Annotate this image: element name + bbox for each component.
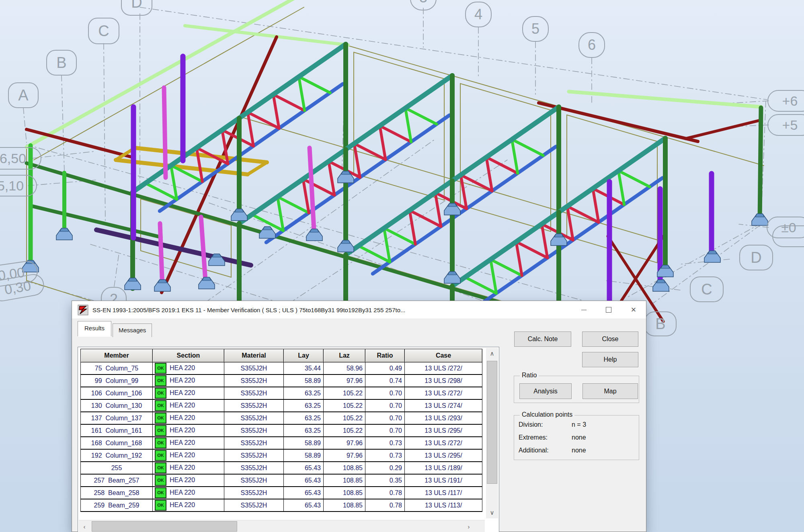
foundation-pad (752, 214, 768, 225)
status-ok-icon: OK (155, 376, 166, 386)
member-cell: 192 Column_192 (80, 450, 153, 462)
column-header-case[interactable]: Case (405, 349, 482, 362)
scroll-down-icon[interactable]: ∨ (486, 507, 498, 518)
scroll-up-icon[interactable]: ∧ (486, 348, 498, 359)
material-cell: S355J2H (224, 450, 284, 462)
member-cell: 75 Column_75 (80, 362, 153, 375)
table-row[interactable]: 137 Column_137OKHEA 220S355J2H63.25105.2… (80, 412, 482, 425)
extremes-label: Extremes: (519, 434, 548, 441)
material-cell: S355J2H (224, 475, 284, 487)
calc-note-button[interactable]: Calc. Note (514, 331, 571, 347)
status-ok-icon: OK (155, 388, 166, 398)
section-cell: OKHEA 220 (153, 462, 224, 475)
table-row[interactable]: 258 Beam_258OKHEA 220S355J2H65.43108.850… (80, 487, 482, 499)
section-cell: OKHEA 220 (153, 499, 224, 512)
ratio-cell: 0.78 (365, 499, 405, 512)
table-row[interactable]: 168 Column_168OKHEA 220S355J2H58.8997.96… (80, 437, 482, 450)
ratio-cell: 0.73 (365, 450, 405, 462)
dialog-title: SS-EN 1993-1:2005/BFS 2019:1 EKS 11 - Me… (92, 307, 406, 313)
material-cell: S355J2H (224, 362, 284, 375)
status-ok-icon: OK (155, 450, 166, 460)
case-cell: 13 ULS /191/ (405, 475, 482, 487)
table-row[interactable]: 259 Beam_259OKHEA 220S355J2H65.43108.850… (80, 499, 482, 512)
calculation-points-group: Calculation points Division: n = 3 Extre… (514, 415, 639, 460)
close-dialog-button[interactable]: Close (582, 331, 638, 347)
scroll-left-icon[interactable]: ‹ (79, 520, 90, 532)
close-button[interactable]: × (621, 301, 646, 319)
foundation-pad (199, 277, 215, 289)
case-cell: 13 ULS /272/ (405, 387, 482, 400)
map-button[interactable]: Map (582, 383, 638, 399)
dialog-titlebar[interactable]: SS-EN 1993-1:2005/BFS 2019:1 EKS 11 - Me… (72, 301, 646, 319)
lay-cell: 58.89 (284, 375, 324, 387)
horizontal-scroll-thumb[interactable] (92, 521, 237, 532)
column-header-ratio[interactable]: Ratio (365, 349, 405, 362)
maximize-button[interactable] (596, 301, 621, 319)
grid-bubble-C: C (690, 277, 723, 302)
svg-text:5: 5 (531, 20, 539, 37)
table-row[interactable]: 257 Beam_257OKHEA 220S355J2H65.43108.850… (80, 475, 482, 487)
material-cell: S355J2H (224, 400, 284, 412)
laz-cell: 97.96 (324, 437, 365, 450)
minimize-button[interactable] (571, 301, 596, 319)
app-icon (78, 305, 88, 315)
member-verification-dialog: SS-EN 1993-1:2005/BFS 2019:1 EKS 11 - Me… (72, 301, 646, 532)
table-row[interactable]: 99 Column_99OKHEA 220S355J2H58.8997.960.… (80, 375, 482, 387)
column-header-laz[interactable]: Laz (324, 349, 365, 362)
section-cell: OKHEA 220 (153, 400, 224, 412)
section-cell: OKHEA 220 (153, 375, 224, 387)
vertical-scroll-thumb[interactable] (487, 361, 497, 484)
scroll-right-icon[interactable]: › (463, 520, 474, 532)
section-cell: OKHEA 220 (153, 412, 224, 425)
column-header-material[interactable]: Material (224, 349, 284, 362)
help-button[interactable]: Help (582, 352, 638, 367)
grid-bubble-B: B (47, 50, 76, 75)
material-cell: S355J2H (224, 487, 284, 499)
laz-cell: 108.85 (324, 475, 365, 487)
svg-text:D: D (751, 249, 761, 266)
grid-bubble-D: D (740, 245, 773, 270)
svg-text:C: C (701, 281, 712, 298)
case-cell: 13 ULS /298/ (405, 375, 482, 387)
horizontal-scrollbar[interactable]: ‹ › (79, 520, 485, 532)
ratio-cell: 0.49 (365, 362, 405, 375)
section-cell: OKHEA 220 (153, 425, 224, 437)
foundation-pad (704, 251, 720, 262)
status-ok-icon: OK (155, 363, 166, 373)
case-cell: 13 ULS /274/ (405, 400, 482, 412)
lay-cell: 65.43 (284, 487, 324, 499)
grid-bubble-A: A (8, 83, 38, 108)
case-cell: 13 ULS /295/ (405, 425, 482, 437)
member-cell: 257 Beam_257 (80, 475, 153, 487)
additional-value: none (572, 447, 586, 454)
laz-cell: 108.85 (324, 499, 365, 512)
case-cell: 13 ULS /117/ (405, 487, 482, 499)
analysis-button[interactable]: Analysis (519, 383, 572, 399)
tab-results[interactable]: Results (78, 321, 111, 336)
table-row[interactable]: 255OKHEA 220S355J2H65.43108.850.2913 ULS… (80, 462, 482, 475)
grid-bubble-C: C (88, 18, 119, 44)
svg-text:D: D (131, 0, 142, 11)
vertical-scrollbar[interactable]: ∧ ∨ (486, 348, 498, 518)
status-ok-icon: OK (155, 413, 166, 423)
column-header-section[interactable]: Section (153, 349, 224, 362)
table-row[interactable]: 130 Column_130OKHEA 220S355J2H63.25105.2… (80, 400, 482, 412)
table-row[interactable]: 106 Column_106OKHEA 220S355J2H63.25105.2… (80, 387, 482, 400)
ratio-cell: 0.74 (365, 375, 405, 387)
column-header-member[interactable]: Member (80, 349, 153, 362)
case-cell: 13 ULS /113/ (405, 499, 482, 512)
member-cell: 130 Column_130 (80, 400, 153, 412)
foundation-pad (259, 227, 275, 238)
ratio-cell: 0.78 (365, 487, 405, 499)
ratio-group: Ratio Analysis Map (514, 376, 639, 403)
laz-cell: 105.22 (324, 412, 365, 425)
case-cell: 13 ULS /189/ (405, 462, 482, 475)
tab-messages[interactable]: Messages (113, 323, 152, 337)
lay-cell: 65.43 (284, 499, 324, 512)
section-cell: OKHEA 220 (153, 487, 224, 499)
grid-bubble-4: 4 (466, 2, 491, 27)
table-row[interactable]: 75 Column_75OKHEA 220S355J2H35.4458.960.… (80, 362, 482, 375)
table-row[interactable]: 161 Column_161OKHEA 220S355J2H63.25105.2… (80, 425, 482, 437)
column-header-lay[interactable]: Lay (284, 349, 324, 362)
table-row[interactable]: 192 Column_192OKHEA 220S355J2H58.8997.96… (80, 450, 482, 462)
